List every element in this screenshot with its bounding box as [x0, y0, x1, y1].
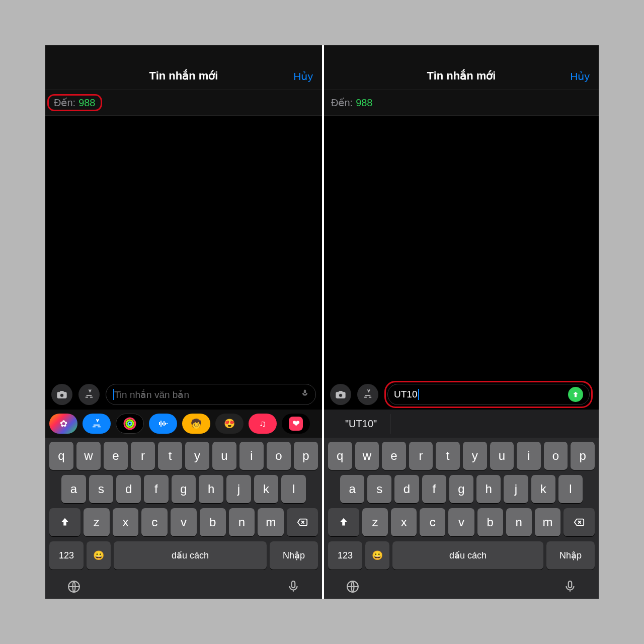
- key-j[interactable]: j: [226, 475, 251, 503]
- cancel-button[interactable]: Hủy: [570, 70, 590, 83]
- key-r[interactable]: r: [131, 442, 155, 470]
- recipient-row[interactable]: Đến: 988: [324, 90, 599, 116]
- key-b[interactable]: b: [200, 508, 226, 536]
- key-r[interactable]: r: [409, 442, 433, 470]
- key-x[interactable]: x: [391, 508, 417, 536]
- app-photos[interactable]: ✿: [49, 414, 77, 434]
- key-row-3: zxcvbnm: [47, 508, 320, 536]
- key-row-1: qwertyuiop: [326, 442, 597, 470]
- message-input[interactable]: UT10: [387, 384, 590, 405]
- app-memoji-2[interactable]: 😍: [215, 414, 244, 434]
- key-row-2: asdfghjkl: [47, 475, 320, 503]
- backspace-key[interactable]: [287, 508, 318, 536]
- key-z[interactable]: z: [362, 508, 388, 536]
- app-music[interactable]: ♫: [249, 414, 277, 434]
- key-h[interactable]: h: [476, 475, 501, 503]
- key-v[interactable]: v: [448, 508, 474, 536]
- key-l[interactable]: l: [558, 475, 583, 503]
- key-u[interactable]: u: [212, 442, 236, 470]
- key-f[interactable]: f: [422, 475, 446, 503]
- key-k[interactable]: k: [254, 475, 279, 503]
- message-input[interactable]: Tin nhắn văn bản: [106, 384, 316, 405]
- key-e[interactable]: e: [382, 442, 406, 470]
- emoji-key[interactable]: 😀: [87, 541, 111, 570]
- numbers-key[interactable]: 123: [328, 541, 362, 570]
- key-a[interactable]: a: [340, 475, 364, 503]
- message-placeholder: Tin nhắn văn bản: [114, 389, 189, 400]
- emoji-key[interactable]: 😀: [365, 541, 389, 570]
- key-m[interactable]: m: [258, 508, 284, 536]
- key-z[interactable]: z: [84, 508, 110, 536]
- key-u[interactable]: u: [490, 442, 514, 470]
- key-a[interactable]: a: [61, 475, 86, 503]
- appstore-button[interactable]: [78, 384, 100, 405]
- key-i[interactable]: i: [239, 442, 264, 470]
- mic-icon[interactable]: [287, 580, 300, 593]
- key-d[interactable]: d: [116, 475, 141, 503]
- key-s[interactable]: s: [367, 475, 391, 503]
- dictation-button[interactable]: [300, 388, 309, 401]
- key-g[interactable]: g: [449, 475, 473, 503]
- globe-icon[interactable]: [346, 580, 359, 593]
- key-c[interactable]: c: [420, 508, 445, 536]
- key-n[interactable]: n: [506, 508, 532, 536]
- return-key[interactable]: Nhập: [546, 541, 595, 570]
- key-b[interactable]: b: [477, 508, 503, 536]
- app-appstore[interactable]: [83, 414, 111, 434]
- key-o[interactable]: o: [267, 442, 291, 470]
- key-t[interactable]: t: [436, 442, 460, 470]
- camera-button[interactable]: [330, 384, 351, 405]
- key-q[interactable]: q: [49, 442, 73, 470]
- key-y[interactable]: y: [463, 442, 487, 470]
- key-h[interactable]: h: [199, 475, 223, 503]
- key-y[interactable]: y: [185, 442, 209, 470]
- send-button[interactable]: [568, 387, 583, 402]
- key-p[interactable]: p: [294, 442, 318, 470]
- key-i[interactable]: i: [517, 442, 541, 470]
- key-w[interactable]: w: [355, 442, 379, 470]
- key-k[interactable]: k: [531, 475, 555, 503]
- key-e[interactable]: e: [104, 442, 128, 470]
- app-fitness[interactable]: [116, 414, 144, 434]
- key-q[interactable]: q: [328, 442, 352, 470]
- key-o[interactable]: o: [544, 442, 568, 470]
- app-heart[interactable]: ❤: [282, 414, 310, 434]
- key-m[interactable]: m: [535, 508, 560, 536]
- key-j[interactable]: j: [504, 475, 528, 503]
- dual-screenshot-container: Tin nhắn mới Hủy Đến: 988 Tin nhắn văn b…: [45, 45, 599, 599]
- shift-key[interactable]: [328, 508, 359, 536]
- cancel-button[interactable]: Hủy: [293, 70, 313, 83]
- key-l[interactable]: l: [281, 475, 306, 503]
- app-strip[interactable]: ✿ 🧒 😍 ♫ ❤: [45, 410, 322, 438]
- mic-icon: [300, 388, 309, 399]
- backspace-key[interactable]: [564, 508, 595, 536]
- mic-icon[interactable]: [564, 580, 577, 593]
- key-row-4: 123 😀 dấu cách Nhập: [47, 541, 320, 570]
- key-w[interactable]: w: [76, 442, 101, 470]
- key-c[interactable]: c: [141, 508, 168, 536]
- key-x[interactable]: x: [113, 508, 139, 536]
- compose-bar: UT10: [324, 379, 599, 410]
- waveform-icon: [155, 420, 171, 428]
- key-p[interactable]: p: [571, 442, 595, 470]
- camera-button[interactable]: [51, 384, 72, 405]
- space-key[interactable]: dấu cách: [114, 541, 267, 570]
- appstore-button[interactable]: [357, 384, 378, 405]
- key-n[interactable]: n: [229, 508, 255, 536]
- key-s[interactable]: s: [89, 475, 114, 503]
- app-voice[interactable]: [149, 414, 177, 434]
- recipient-row[interactable]: Đến: 988: [45, 90, 322, 116]
- key-d[interactable]: d: [394, 475, 419, 503]
- key-g[interactable]: g: [172, 475, 196, 503]
- shift-key[interactable]: [49, 508, 80, 536]
- return-key[interactable]: Nhập: [270, 541, 318, 570]
- key-f[interactable]: f: [144, 475, 169, 503]
- space-key[interactable]: dấu cách: [392, 541, 543, 570]
- key-t[interactable]: t: [158, 442, 182, 470]
- appstore-icon: [84, 389, 95, 400]
- numbers-key[interactable]: 123: [49, 541, 84, 570]
- key-v[interactable]: v: [171, 508, 197, 536]
- suggestion-1[interactable]: "UT10": [332, 414, 390, 434]
- app-memoji-1[interactable]: 🧒: [182, 414, 210, 434]
- globe-icon[interactable]: [67, 580, 80, 593]
